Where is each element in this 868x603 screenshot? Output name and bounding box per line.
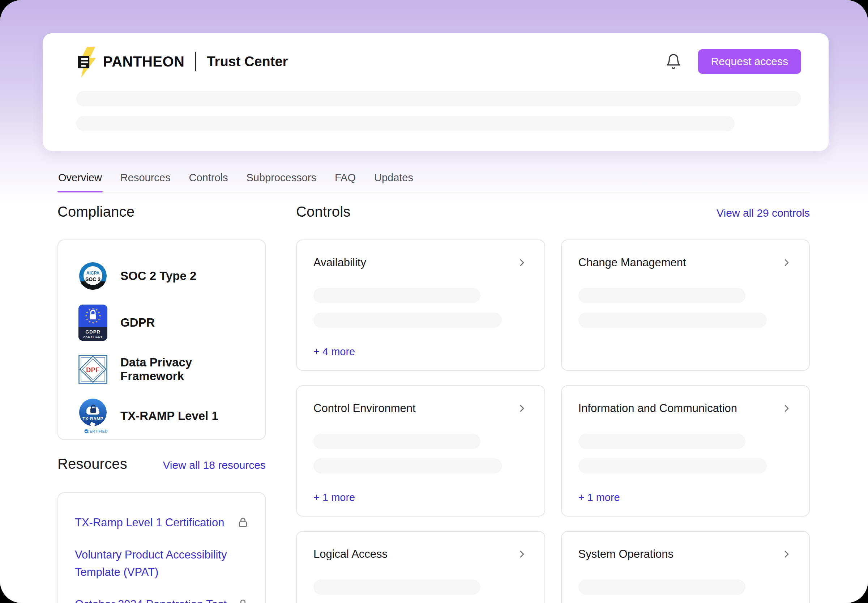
svg-text:★: ★: [88, 308, 91, 311]
compliance-item-gdpr: ★★★ ★★★ ★★★ ★★★ GDPR COMPLIANT GDPR: [79, 302, 251, 344]
tab-faq[interactable]: FAQ: [334, 170, 356, 192]
control-skeleton-bar-1: [578, 580, 745, 595]
compliance-item-soc2: AICPA SOC 2 SOC 2 Type 2: [79, 255, 251, 297]
resources-card: TX-Ramp Level 1 Certification Voluntary …: [57, 492, 266, 603]
main-content: Compliance AICPA SOC 2 SOC 2: [57, 204, 810, 603]
svg-text:★: ★: [86, 317, 88, 320]
tab-updates[interactable]: Updates: [373, 170, 414, 192]
tab-resources[interactable]: Resources: [120, 170, 171, 192]
bell-icon: [665, 53, 682, 70]
control-card-control-environment[interactable]: Control Environment + 1 more: [296, 385, 545, 516]
svg-text:★: ★: [95, 308, 98, 311]
control-card-logical-access[interactable]: Logical Access: [296, 531, 545, 603]
resource-link-pentest[interactable]: October 2024 Penetration Test Report-DMZ: [75, 596, 234, 603]
soc2-badge-icon: AICPA SOC 2: [79, 261, 107, 291]
control-card-change-management[interactable]: Change Management: [561, 240, 810, 371]
svg-text:CERTIFIED: CERTIFIED: [87, 429, 107, 433]
view-all-controls-link[interactable]: View all 29 controls: [717, 207, 810, 219]
resource-item: TX-Ramp Level 1 Certification: [75, 514, 249, 531]
brand-block: PANTHEON Trust Center: [76, 46, 288, 77]
chevron-right-icon: [781, 548, 792, 560]
control-card-title: Control Environment: [313, 402, 416, 415]
chevron-right-icon: [516, 257, 528, 268]
tab-bar: Overview Resources Controls Subprocessor…: [57, 170, 810, 192]
resource-link-txramp-cert[interactable]: TX-Ramp Level 1 Certification: [75, 514, 225, 531]
svg-text:SOC 2: SOC 2: [85, 276, 100, 282]
controls-heading: Controls: [296, 204, 351, 220]
svg-text:★: ★: [98, 317, 100, 320]
svg-text:TX-RAMP: TX-RAMP: [82, 416, 103, 421]
compliance-heading: Compliance: [57, 204, 134, 220]
control-skeleton-bar-1: [578, 288, 745, 303]
control-skeleton-bar-2: [578, 458, 767, 473]
chevron-right-icon: [516, 403, 528, 414]
trust-center-page: PANTHEON Trust Center Request access Ove…: [0, 0, 868, 603]
compliance-card: AICPA SOC 2 SOC 2 Type 2 ★★★ ★★★: [57, 240, 266, 440]
gdpr-badge-icon: ★★★ ★★★ ★★★ ★★★ GDPR COMPLIANT: [79, 305, 107, 341]
chevron-right-icon: [516, 548, 528, 560]
svg-text:★: ★: [86, 310, 88, 314]
control-card-title: Change Management: [578, 256, 686, 269]
control-skeleton-bar-2: [578, 312, 767, 328]
compliance-item-txramp: TX-RAMP CERTIFIED TX-RAMP Level 1: [79, 395, 251, 438]
tab-controls[interactable]: Controls: [188, 170, 228, 192]
control-card-title: Availability: [313, 256, 366, 269]
header-card: PANTHEON Trust Center Request access: [43, 33, 829, 151]
control-card-title: Information and Communication: [578, 402, 737, 415]
compliance-item-label: TX-RAMP Level 1: [120, 409, 218, 423]
svg-text:DPF: DPF: [86, 366, 100, 374]
resource-link-vpat[interactable]: Voluntary Product Accessibility Template…: [75, 546, 234, 581]
control-skeleton-bar-1: [578, 434, 745, 449]
svg-text:★: ★: [88, 320, 91, 323]
request-access-button[interactable]: Request access: [698, 49, 801, 74]
control-card-availability[interactable]: Availability + 4 more: [296, 240, 545, 371]
resources-heading: Resources: [57, 456, 127, 472]
compliance-item-label: SOC 2 Type 2: [120, 269, 196, 283]
svg-text:AICPA: AICPA: [86, 271, 100, 276]
resource-item: October 2024 Penetration Test Report-DMZ: [75, 596, 249, 603]
view-all-resources-link[interactable]: View all 18 resources: [163, 459, 266, 472]
compliance-item-label: Data Privacy Framework: [120, 356, 251, 383]
control-skeleton-bar-1: [313, 434, 481, 449]
lock-icon: [237, 597, 249, 603]
header-skeleton-bar-1: [76, 91, 801, 106]
header-skeleton-bar-2: [76, 116, 735, 131]
notifications-button[interactable]: [665, 53, 682, 70]
compliance-item-dpf: DPF Data Privacy Framework: [79, 348, 251, 391]
control-skeleton-bar-1: [313, 288, 481, 303]
brand-divider: [195, 52, 196, 71]
chevron-right-icon: [781, 403, 792, 414]
svg-text:★: ★: [92, 321, 94, 324]
control-card-information-communication[interactable]: Information and Communication + 1 more: [561, 385, 810, 516]
svg-text:★: ★: [85, 314, 88, 317]
lock-icon: [237, 515, 249, 529]
svg-text:COMPLIANT: COMPLIANT: [83, 336, 103, 339]
control-skeleton-bar-2: [313, 312, 502, 328]
control-card-system-operations[interactable]: System Operations: [561, 531, 810, 603]
chevron-right-icon: [781, 257, 792, 268]
control-skeleton-bar-2: [313, 458, 502, 473]
control-card-title: System Operations: [578, 548, 674, 561]
svg-text:★: ★: [98, 310, 100, 314]
tab-overview[interactable]: Overview: [57, 170, 103, 192]
controls-grid: Availability + 4 more Change Management: [296, 240, 810, 603]
page-title: Trust Center: [207, 54, 288, 70]
more-controls-link[interactable]: + 1 more: [313, 492, 355, 504]
compliance-item-label: GDPR: [120, 316, 155, 329]
more-controls-link[interactable]: + 1 more: [578, 492, 620, 504]
resource-item: Voluntary Product Accessibility Template…: [75, 546, 249, 581]
svg-text:★: ★: [99, 314, 101, 317]
tab-subprocessors[interactable]: Subprocessors: [245, 170, 317, 192]
svg-text:GDPR: GDPR: [85, 329, 100, 335]
dpf-badge-icon: DPF: [79, 355, 107, 384]
control-card-title: Logical Access: [313, 548, 387, 561]
brand-name: PANTHEON: [103, 54, 184, 70]
control-skeleton-bar-1: [313, 580, 481, 595]
pantheon-lightning-logo-icon: [76, 47, 99, 78]
txramp-badge-icon: TX-RAMP CERTIFIED: [79, 398, 107, 434]
more-controls-link[interactable]: + 4 more: [313, 346, 355, 358]
svg-text:★: ★: [95, 320, 98, 323]
